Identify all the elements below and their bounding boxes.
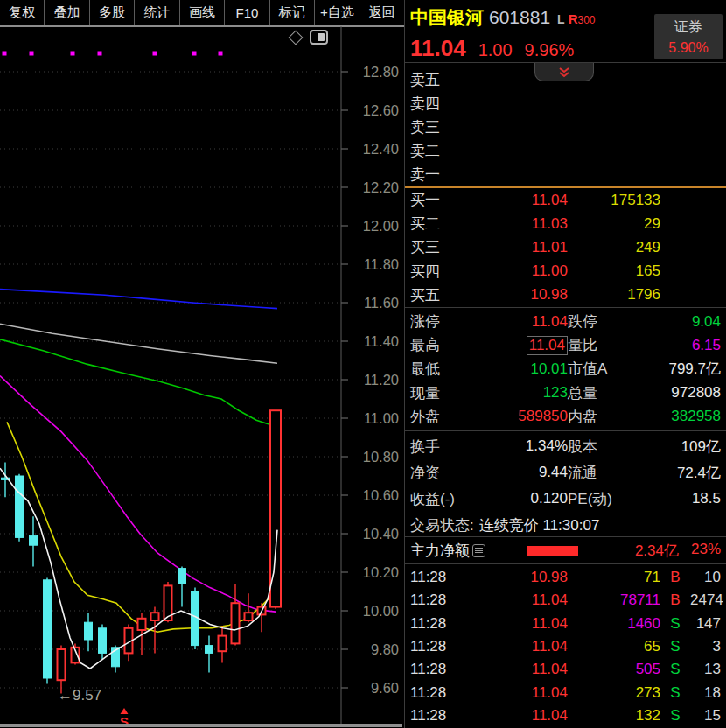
ma-blue-line [0, 290, 277, 309]
stats-section-1: 涨停11.04跌停9.04最高11.04量比6.15最低10.01市值A799.… [405, 308, 726, 431]
stat-label-right: 总量 [568, 383, 652, 403]
trade-count: 13 [690, 661, 721, 678]
ask-label: 卖五 [410, 70, 464, 90]
trade-row-6[interactable]: 11:2811.04273S18 [405, 684, 726, 702]
stat-label-left: 最低 [410, 359, 487, 379]
trading-status-label: 交易状态: [410, 515, 474, 536]
trade-time: 11:28 [410, 638, 464, 655]
trade-row-5[interactable]: 11:2811.04505S13 [405, 661, 726, 678]
bid-volume: 1796 [568, 286, 660, 304]
toolbar-button-7[interactable]: 标记 [270, 0, 315, 25]
stat-value-left: 9.44 [487, 464, 568, 481]
trade-volume: 65 [568, 638, 660, 655]
trade-side: S [660, 684, 690, 702]
bid-row-3[interactable]: 买三11.01249 [405, 237, 726, 257]
stat-value-left: 0.120 [487, 490, 568, 508]
bid-volume: 29 [568, 215, 660, 233]
toolbar-button-6[interactable]: F10 [225, 0, 269, 25]
trade-side: S [660, 707, 690, 724]
stats-row: 外盘589850内盘382958 [405, 407, 726, 427]
trade-count: 15 [690, 707, 721, 724]
price-axis-label: 11.00 [364, 410, 399, 426]
stat-label-right: 跌停 [568, 312, 652, 332]
stats-row: 最低10.01市值A799.7亿 [405, 359, 726, 379]
collapse-panel-tab[interactable] [534, 63, 594, 81]
trade-row-1[interactable]: 11:2810.9871B10 [405, 569, 726, 586]
ask-row-2[interactable]: 卖四 [405, 94, 726, 114]
toolbar-button-2[interactable]: 叠加 [45, 0, 89, 25]
trade-time: 11:28 [410, 592, 464, 609]
candle-body [99, 628, 107, 654]
stat-value-left: 589850 [487, 408, 568, 425]
ask-label: 卖二 [410, 141, 464, 161]
trade-side: S [660, 615, 690, 633]
stats-row: 涨停11.04跌停9.04 [405, 312, 726, 332]
stat-label-left: 最高 [410, 335, 487, 355]
main-force-row[interactable]: 主力净额 2.34亿 23% [405, 537, 726, 564]
bid-label: 买一 [410, 190, 464, 210]
trade-price: 11.04 [464, 615, 568, 633]
event-dot [219, 52, 223, 56]
trade-price: 11.04 [464, 638, 568, 655]
candle-body [270, 410, 281, 606]
bid-levels: 买一11.04175133买二11.0329买三11.01249买四11.001… [405, 188, 726, 308]
kline-chart-area[interactable]: 12.8012.6012.4012.2012.0011.8011.6011.40… [0, 26, 404, 728]
bid-volume: 165 [568, 262, 660, 280]
tag-r: R [569, 11, 578, 26]
trade-volume: 71 [568, 569, 660, 586]
candle-body [138, 619, 146, 630]
stat-value-right: 6.15 [652, 337, 721, 354]
tag-l: L [557, 12, 565, 26]
toolbar-button-9[interactable]: 返回 [360, 0, 404, 25]
price-axis-label: 12.20 [363, 179, 399, 195]
bid-row-4[interactable]: 买四11.00165 [405, 262, 726, 282]
ask-row-3[interactable]: 卖三 [405, 117, 726, 137]
ask-row-5[interactable]: 卖一 [405, 164, 726, 185]
stat-value-right: 18.5 [652, 490, 721, 508]
diamond-marker-icon[interactable] [289, 30, 304, 45]
trade-count: 147 [690, 615, 721, 633]
stat-label-right: 市值A [568, 359, 652, 379]
toolbar-button-8[interactable]: +自选 [315, 0, 360, 25]
bid-row-1[interactable]: 买一11.04175133 [405, 190, 726, 210]
stock-name: 中国银河 [410, 7, 484, 27]
stats-row: 现量123总量972808 [405, 383, 726, 403]
bid-row-2[interactable]: 买二11.0329 [405, 214, 726, 234]
tick-trade-list[interactable]: 11:2810.9871B1011:2811.0478711B247411:28… [405, 564, 726, 728]
stat-label-right: 流通 [568, 463, 652, 483]
stock-header: 中国银河601881LR300 11.04 1.00 9.96% 证券 5.90… [405, 0, 726, 63]
toolbar-button-3[interactable]: 多股 [90, 0, 135, 25]
stat-value-right: 799.7亿 [652, 359, 721, 379]
price-axis-label: 12.80 [363, 64, 399, 80]
trade-row-7[interactable]: 11:2811.04132S15 [405, 707, 726, 724]
bid-label: 买二 [410, 214, 464, 234]
candle-body [206, 646, 213, 654]
bid-price: 11.04 [464, 192, 568, 209]
trade-row-3[interactable]: 11:2811.041460S147 [405, 615, 726, 633]
trade-count: 18 [690, 684, 721, 702]
candle-body [30, 536, 38, 545]
sector-badge[interactable]: 证券 5.90% [654, 14, 723, 60]
candlestick-chart[interactable]: 12.8012.6012.4012.2012.0011.8011.6011.40… [0, 26, 404, 728]
stat-label-right: PE(动) [568, 489, 652, 509]
ask-row-4[interactable]: 卖二 [405, 141, 726, 161]
price-axis-label: 12.60 [363, 102, 399, 118]
low-price-annotation: ←9.57 [58, 687, 101, 704]
stat-label-left: 净资 [410, 463, 487, 483]
candle-body [232, 603, 240, 643]
bid-label: 买四 [410, 262, 464, 282]
toolbar-button-4[interactable]: 统计 [135, 0, 179, 25]
trade-row-2[interactable]: 11:2811.0478711B2474 [405, 592, 726, 609]
trade-count: 10 [690, 569, 721, 586]
toolbar-button-1[interactable]: 复权 [0, 0, 45, 25]
list-icon[interactable] [472, 544, 485, 557]
trade-row-4[interactable]: 11:2811.0465S3 [405, 638, 726, 655]
price-axis-label: 10.40 [363, 526, 399, 542]
split-view-icon[interactable] [310, 30, 328, 45]
event-dot [3, 52, 7, 56]
stat-value-left: 11.04 [487, 336, 568, 355]
bid-row-5[interactable]: 买五10.981796 [405, 285, 726, 305]
toolbar-button-5[interactable]: 画线 [180, 0, 225, 25]
price-change: 1.00 [478, 40, 513, 60]
trade-price: 11.04 [464, 707, 568, 724]
